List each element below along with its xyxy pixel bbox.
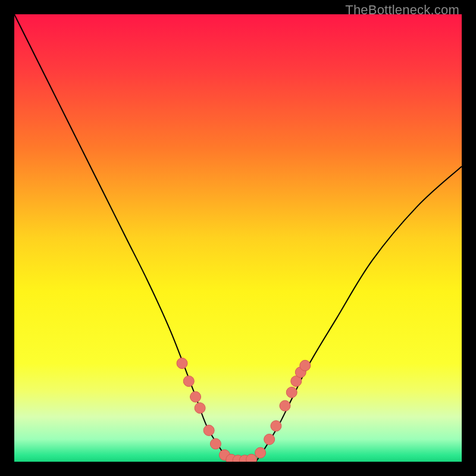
data-marker [183, 376, 194, 387]
data-marker [264, 434, 275, 444]
data-marker [271, 421, 281, 431]
chart-svg [14, 14, 462, 462]
chart-frame [14, 14, 462, 462]
data-marker [280, 400, 290, 411]
data-marker [255, 447, 266, 458]
chart-background [14, 14, 462, 462]
data-marker [190, 392, 201, 402]
data-marker [210, 439, 221, 449]
data-marker [286, 387, 297, 397]
data-marker [300, 360, 311, 371]
data-marker [195, 403, 205, 414]
data-marker [177, 358, 187, 369]
data-marker [203, 425, 214, 436]
data-marker [246, 454, 257, 462]
